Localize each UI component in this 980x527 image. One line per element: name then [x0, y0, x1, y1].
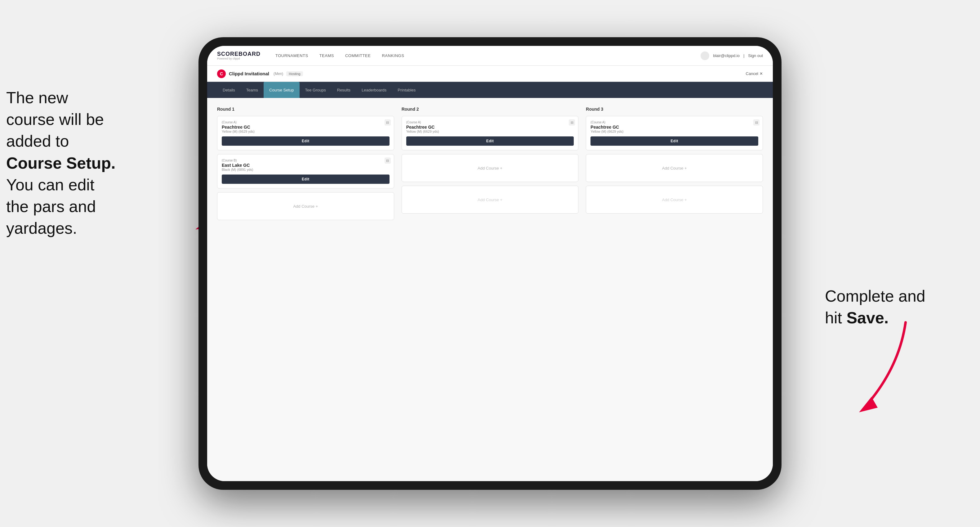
annotation-line5: You can edit [6, 176, 94, 194]
annotation-bold: Course Setup. [6, 154, 116, 172]
tab-printables[interactable]: Printables [392, 82, 421, 98]
separator: | [743, 53, 744, 58]
round-2-column: Round 2 ⊟ (Course A) Peachtree GC Yellow… [402, 106, 579, 224]
tab-details[interactable]: Details [217, 82, 241, 98]
round-3-add-course-disabled-label: Add Course + [662, 197, 687, 202]
cancel-label: Cancel [746, 71, 758, 76]
annotation-line3: added to [6, 132, 69, 150]
tab-tee-groups[interactable]: Tee Groups [299, 82, 331, 98]
user-avatar [701, 51, 709, 60]
round-2-course-a-card: ⊟ (Course A) Peachtree GC Yellow (M) (66… [402, 116, 579, 150]
round-1-course-b-edit-button[interactable]: Edit [222, 175, 390, 184]
main-content: Round 1 ⊟ (Course A) Peachtree GC Yellow… [207, 98, 773, 481]
round-1-title: Round 1 [217, 106, 394, 112]
nav-committee[interactable]: COMMITTEE [345, 53, 371, 58]
tab-bar: Details Teams Course Setup Tee Groups Re… [207, 82, 773, 98]
round-1-course-b-card: ⊟ (Course B) East Lake GC Black (M) (689… [217, 154, 394, 189]
round-1-add-course-button[interactable]: Add Course + [217, 192, 394, 220]
logo-title: SCOREBOARD [217, 51, 261, 57]
round-2-add-course-button[interactable]: Add Course + [402, 154, 579, 182]
round-2-add-course-disabled-label: Add Course + [477, 197, 503, 202]
arrow-right-icon [813, 316, 918, 422]
round-1-course-b-label: (Course B) [222, 159, 390, 162]
round-2-title: Round 2 [402, 106, 579, 112]
round-3-title: Round 3 [586, 106, 763, 112]
round-3-add-course-label: Add Course + [662, 166, 687, 170]
nav-teams[interactable]: TEAMS [320, 53, 334, 58]
round-1-course-b-details: Black (M) (6891 yds) [222, 168, 390, 171]
round-3-course-a-card: ⊟ (Course A) Peachtree GC Yellow (M) (66… [586, 116, 763, 150]
tab-course-setup[interactable]: Course Setup [264, 82, 299, 98]
tab-leaderboards[interactable]: Leaderboards [356, 82, 392, 98]
logo-sub: Powered by clippd [217, 57, 261, 60]
user-email: blair@clippd.io [713, 53, 739, 58]
round-2-course-a-edit-button[interactable]: Edit [406, 137, 574, 146]
round-3-course-a-name: Peachtree GC [590, 125, 758, 130]
sub-header-left: C Clippd Invitational (Men) Hosting [217, 70, 303, 78]
annotation-line6: the pars and [6, 197, 96, 216]
round-1-course-a-details: Yellow (M) (6629 yds) [222, 130, 390, 133]
round-1-course-a-edit-button[interactable]: Edit [222, 137, 390, 146]
round-3-action-icon[interactable]: ⊟ [753, 119, 759, 125]
close-icon: ✕ [759, 71, 763, 76]
round-1-column: Round 1 ⊟ (Course A) Peachtree GC Yellow… [217, 106, 394, 224]
round-1-course-a-card: ⊟ (Course A) Peachtree GC Yellow (M) (66… [217, 116, 394, 150]
course-a-action-icon[interactable]: ⊟ [385, 119, 391, 125]
round-3-add-course-disabled: Add Course + [586, 186, 763, 214]
tournament-gender: (Men) [274, 71, 283, 76]
round-3-column: Round 3 ⊟ (Course A) Peachtree GC Yellow… [586, 106, 763, 224]
round-2-action-icon[interactable]: ⊟ [569, 119, 575, 125]
round-3-course-a-label: (Course A) [590, 121, 758, 124]
svg-marker-1 [859, 397, 878, 412]
round-2-course-a-name: Peachtree GC [406, 125, 574, 130]
top-nav-right: blair@clippd.io | Sign out [701, 51, 763, 60]
annotation-left: The new course will be added to Course S… [6, 87, 180, 239]
sign-out-link[interactable]: Sign out [748, 53, 763, 58]
tab-results[interactable]: Results [331, 82, 356, 98]
annotation-line7: yardages. [6, 219, 77, 237]
annotation-line1: The new [6, 89, 68, 106]
round-2-add-course-disabled: Add Course + [402, 186, 579, 214]
top-nav: SCOREBOARD Powered by clippd TOURNAMENTS… [207, 46, 773, 66]
clippd-logo: C [217, 70, 226, 78]
nav-tournaments[interactable]: TOURNAMENTS [275, 53, 308, 58]
round-3-course-a-details: Yellow (M) (6629 yds) [590, 130, 758, 133]
logo-letter: C [220, 71, 223, 76]
scoreboard-logo: SCOREBOARD Powered by clippd [217, 51, 261, 60]
annotation-line2: course will be [6, 110, 104, 129]
course-b-action-icon[interactable]: ⊟ [385, 157, 391, 163]
round-2-course-a-label: (Course A) [406, 121, 574, 124]
round-1-course-b-name: East Lake GC [222, 163, 390, 168]
top-nav-links: TOURNAMENTS TEAMS COMMITTEE RANKINGS [275, 53, 404, 58]
tablet-screen: SCOREBOARD Powered by clippd TOURNAMENTS… [207, 46, 773, 481]
annotation-right-line1: Complete and [825, 287, 926, 305]
cancel-button[interactable]: Cancel ✕ [746, 71, 763, 76]
round-2-add-course-label: Add Course + [477, 166, 503, 170]
hosting-badge: Hosting [286, 71, 303, 76]
rounds-container: Round 1 ⊟ (Course A) Peachtree GC Yellow… [217, 106, 763, 224]
round-2-course-a-details: Yellow (M) (6629 yds) [406, 130, 574, 133]
round-3-course-a-edit-button[interactable]: Edit [590, 137, 758, 146]
tablet-frame: SCOREBOARD Powered by clippd TOURNAMENTS… [199, 37, 781, 490]
round-3-add-course-button[interactable]: Add Course + [586, 154, 763, 182]
nav-rankings[interactable]: RANKINGS [382, 53, 404, 58]
round-1-course-a-name: Peachtree GC [222, 125, 390, 130]
tab-teams[interactable]: Teams [241, 82, 264, 98]
round-1-add-course-label: Add Course + [293, 204, 318, 209]
top-nav-left: SCOREBOARD Powered by clippd TOURNAMENTS… [217, 51, 404, 60]
round-1-course-a-label: (Course A) [222, 121, 390, 124]
tournament-name: Clippd Invitational [229, 71, 269, 76]
sub-header: C Clippd Invitational (Men) Hosting Canc… [207, 66, 773, 82]
